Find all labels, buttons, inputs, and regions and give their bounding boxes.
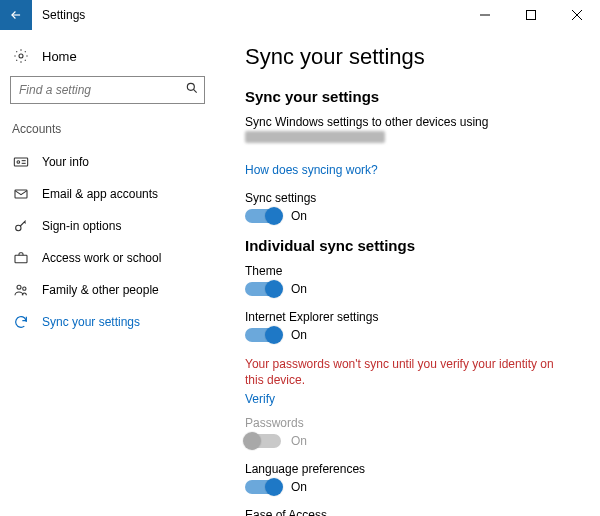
toggle-state: On: [291, 328, 307, 342]
toggle-state: On: [291, 480, 307, 494]
sidebar-item-work[interactable]: Access work or school: [0, 242, 215, 274]
toggle-state: On: [291, 282, 307, 296]
briefcase-icon: [12, 250, 30, 266]
sidebar-item-label: Sync your settings: [42, 315, 140, 329]
svg-point-8: [17, 161, 20, 164]
window-controls: [462, 0, 600, 30]
sidebar-item-label: Family & other people: [42, 283, 159, 297]
search-input-wrap: [10, 76, 205, 104]
ie-toggle[interactable]: [245, 328, 281, 342]
svg-point-14: [17, 285, 21, 289]
main: Home Accounts Your info Email & app acco…: [0, 30, 600, 516]
close-icon: [572, 10, 582, 20]
lang-toggle[interactable]: [245, 480, 281, 494]
svg-rect-1: [527, 11, 536, 20]
svg-rect-11: [15, 190, 27, 198]
titlebar: Settings: [0, 0, 600, 30]
search-input[interactable]: [10, 76, 205, 104]
maximize-icon: [526, 10, 536, 20]
arrow-left-icon: [9, 8, 23, 22]
svg-rect-7: [14, 158, 27, 166]
theme-toggle[interactable]: [245, 282, 281, 296]
toggle-state: On: [291, 209, 307, 223]
back-button[interactable]: [0, 0, 32, 30]
svg-point-15: [23, 287, 26, 290]
lang-label: Language preferences: [245, 462, 578, 476]
minimize-button[interactable]: [462, 0, 508, 30]
ease-label: Ease of Access: [245, 508, 578, 516]
mail-icon: [12, 186, 30, 202]
passwords-label: Passwords: [245, 416, 578, 430]
sidebar-item-family[interactable]: Family & other people: [0, 274, 215, 306]
svg-rect-13: [15, 255, 27, 262]
sidebar-item-label: Email & app accounts: [42, 187, 158, 201]
svg-point-4: [19, 54, 23, 58]
svg-point-12: [16, 225, 21, 230]
sidebar: Home Accounts Your info Email & app acco…: [0, 30, 215, 516]
sidebar-item-label: Access work or school: [42, 251, 161, 265]
theme-label: Theme: [245, 264, 578, 278]
people-icon: [12, 282, 30, 298]
svg-point-5: [187, 83, 194, 90]
key-icon: [12, 218, 30, 234]
verify-link[interactable]: Verify: [245, 392, 275, 406]
sync-icon: [12, 314, 30, 330]
page-title: Sync your settings: [245, 44, 578, 70]
sidebar-item-label: Sign-in options: [42, 219, 121, 233]
section-label: Accounts: [0, 122, 215, 146]
content: Sync your settings Sync your settings Sy…: [215, 30, 600, 516]
minimize-icon: [480, 10, 490, 20]
ie-label: Internet Explorer settings: [245, 310, 578, 324]
person-card-icon: [12, 154, 30, 170]
password-warning: Your passwords won't sync until you veri…: [245, 356, 565, 388]
window-title: Settings: [32, 8, 462, 22]
sidebar-item-label: Your info: [42, 155, 89, 169]
close-button[interactable]: [554, 0, 600, 30]
section-sync-title: Sync your settings: [245, 88, 578, 105]
home-link[interactable]: Home: [0, 42, 215, 76]
sidebar-item-email[interactable]: Email & app accounts: [0, 178, 215, 210]
maximize-button[interactable]: [508, 0, 554, 30]
toggle-state: On: [291, 434, 307, 448]
sidebar-item-signin[interactable]: Sign-in options: [0, 210, 215, 242]
section-individual-title: Individual sync settings: [245, 237, 578, 254]
sidebar-item-your-info[interactable]: Your info: [0, 146, 215, 178]
sync-desc: Sync Windows settings to other devices u…: [245, 115, 578, 129]
svg-line-6: [193, 89, 196, 92]
passwords-toggle: [245, 434, 281, 448]
sidebar-item-sync[interactable]: Sync your settings: [0, 306, 215, 338]
gear-icon: [12, 48, 30, 64]
search-icon: [185, 81, 199, 95]
sync-settings-label: Sync settings: [245, 191, 578, 205]
help-link[interactable]: How does syncing work?: [245, 163, 378, 177]
home-label: Home: [42, 49, 77, 64]
sync-settings-toggle[interactable]: [245, 209, 281, 223]
account-redacted: [245, 131, 385, 143]
